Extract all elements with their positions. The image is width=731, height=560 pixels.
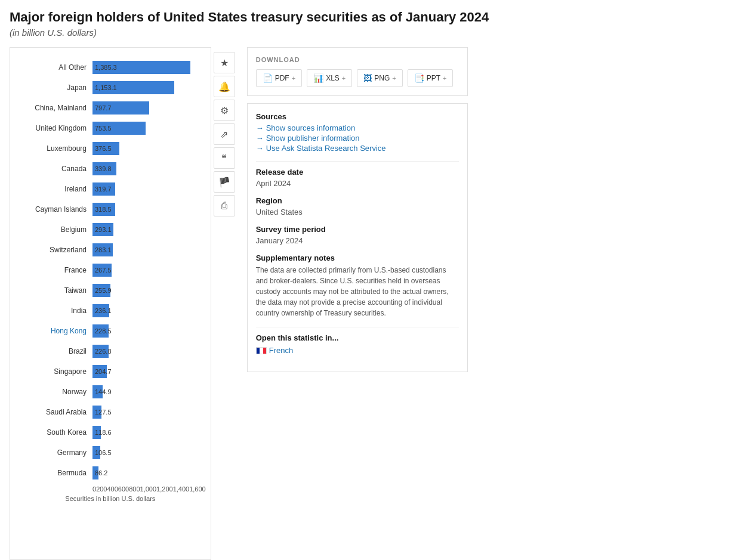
bar-area: 797.7	[92, 101, 206, 115]
bar-row: South Korea118.6	[15, 422, 206, 443]
flag-button[interactable]: 🏴	[214, 171, 235, 193]
bar: 226.8	[92, 345, 109, 358]
cite-button[interactable]: ❝	[214, 147, 235, 169]
bar-value: 144.9	[95, 388, 112, 395]
bar-area: 204.7	[92, 365, 206, 378]
bar-row: Japan1,153.1	[15, 78, 206, 98]
x-tick: 600	[118, 485, 129, 493]
bar-row: Canada339.8	[15, 159, 206, 179]
bar-value: 339.8	[95, 165, 112, 172]
sources-label: Sources	[256, 112, 459, 121]
bar-area: 318.5	[92, 203, 206, 216]
show-sources-link[interactable]: → Show sources information	[256, 123, 459, 132]
download-ppt-button[interactable]: 📑PPT+	[408, 69, 454, 87]
bar-row: Hong Kong228.5	[15, 321, 206, 341]
show-publisher-text: Show publisher information	[266, 134, 360, 143]
download-png-button[interactable]: 🖼PNG+	[357, 69, 402, 87]
bar-row: All Other1,385.3	[15, 57, 206, 78]
x-axis-label: Securities in billion U.S. dollars	[15, 495, 206, 502]
bar: 86.2	[92, 466, 98, 479]
x-tick: 1,000	[140, 485, 157, 493]
bar-area: 753.5	[92, 122, 206, 135]
arrow-icon-2: →	[256, 134, 264, 143]
bar-label: Bermuda	[15, 469, 92, 477]
bar-label: Germany	[15, 448, 92, 457]
bar-area: 319.7	[92, 182, 206, 196]
bar: 236.1	[92, 304, 109, 317]
bar: 127.5	[92, 406, 101, 419]
subtitle: (in billion U.S. dollars)	[10, 27, 721, 38]
share-button[interactable]: ⇗	[214, 123, 235, 145]
bar-row: China, Mainland797.7	[15, 98, 206, 118]
bar-row: Singapore204.7	[15, 361, 206, 382]
bar-value: 86.2	[95, 469, 107, 477]
settings-button[interactable]: ⚙	[214, 100, 235, 121]
open-in-label: Open this statistic in...	[256, 333, 459, 342]
download-box: DOWNLOAD 📄PDF+📊XLS+🖼PNG+📑PPT+	[247, 47, 468, 96]
bar-label: China, Mainland	[15, 104, 92, 112]
x-tick: 200	[96, 485, 107, 493]
bar-label: Singapore	[15, 367, 92, 376]
download-xls-button[interactable]: 📊XLS+	[307, 69, 352, 87]
bar-value: 1,385.3	[95, 64, 117, 71]
bar-value: 118.6	[95, 429, 112, 436]
bar-area: 127.5	[92, 406, 206, 419]
bar-label: Hong Kong	[15, 327, 92, 335]
bar-value: 255.9	[95, 287, 112, 294]
bar: 267.5	[92, 264, 112, 277]
bar-row: Cayman Islands318.5	[15, 199, 206, 219]
bar-value: 267.5	[95, 267, 112, 274]
info-box: Sources → Show sources information → Sho…	[247, 103, 468, 372]
bar: 283.1	[92, 243, 113, 256]
region-label: Region	[256, 196, 459, 205]
arrow-icon: →	[256, 123, 264, 132]
bar: 339.8	[92, 162, 116, 175]
bar-label: Brazil	[15, 347, 92, 355]
bar-area: 228.5	[92, 324, 206, 338]
bar-area: 339.8	[92, 162, 206, 175]
bar-row: France267.5	[15, 260, 206, 280]
bar-area: 255.9	[92, 284, 206, 297]
bar-label: United Kingdom	[15, 124, 92, 132]
bar-row: Saudi Arabia127.5	[15, 402, 206, 422]
bar-area: 86.2	[92, 466, 206, 479]
alert-button[interactable]: 🔔	[214, 76, 235, 97]
bar-area: 1,153.1	[92, 81, 206, 94]
bar-value: 376.5	[95, 145, 112, 152]
bar-value: 236.1	[95, 307, 112, 314]
bar-label: Luxembourg	[15, 144, 92, 153]
main-title: Major foreign holders of United States t…	[10, 10, 721, 25]
side-toolbar: ★🔔⚙⇗❝🏴⎙	[211, 47, 238, 560]
x-tick: 400	[107, 485, 118, 493]
bar-value: 1,153.1	[95, 84, 117, 91]
favorite-button[interactable]: ★	[214, 52, 235, 73]
ask-statista-link[interactable]: → Use Ask Statista Research Service	[256, 144, 459, 153]
bar-label: South Korea	[15, 428, 92, 437]
download-pdf-button[interactable]: 📄PDF+	[256, 69, 302, 87]
show-publisher-link[interactable]: → Show publisher information	[256, 134, 459, 143]
bar-area: 1,385.3	[92, 61, 206, 74]
bar-area: 293.1	[92, 223, 206, 236]
bar-area: 144.9	[92, 385, 206, 398]
bar-value: 753.5	[95, 125, 112, 132]
bar-area: 226.8	[92, 345, 206, 358]
french-flag-icon	[256, 347, 267, 354]
bar: 1,153.1	[92, 81, 174, 94]
region-value: United States	[256, 208, 459, 216]
bar-label: Japan	[15, 83, 92, 92]
bar-label: France	[15, 266, 92, 274]
bar-row: Norway144.9	[15, 382, 206, 402]
x-tick: 800	[129, 485, 140, 493]
print-button[interactable]: ⎙	[214, 195, 235, 216]
bar-area: 283.1	[92, 243, 206, 256]
bar: 255.9	[92, 284, 110, 297]
bar-label: India	[15, 307, 92, 315]
bar-area: 376.5	[92, 142, 206, 155]
bar-label: Canada	[15, 165, 92, 173]
survey-label: Survey time period	[256, 225, 459, 234]
bar-row: Ireland319.7	[15, 179, 206, 199]
bar: 293.1	[92, 223, 113, 236]
french-link[interactable]: French	[256, 346, 459, 355]
show-sources-text: Show sources information	[266, 123, 356, 132]
bar-row: Germany106.5	[15, 443, 206, 463]
